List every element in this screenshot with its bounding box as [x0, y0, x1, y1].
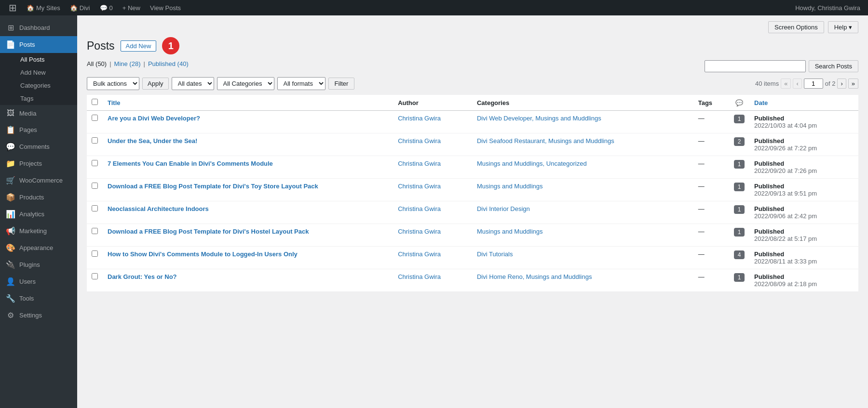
sidebar-item-marketing[interactable]: 📢 Marketing	[0, 223, 77, 239]
category-link[interactable]: Divi Home Reno, Musings and Muddlings	[477, 273, 592, 280]
new-item[interactable]: + New	[118, 0, 145, 15]
sidebar-item-dashboard[interactable]: ⊞ Dashboard	[0, 19, 77, 36]
sidebar-item-tools[interactable]: 🔧 Tools	[0, 290, 77, 307]
category-link[interactable]: Musings and Muddlings, Uncategorized	[477, 160, 587, 167]
post-title-link[interactable]: 7 Elements You Can Enable in Divi's Comm…	[108, 160, 273, 167]
row-author-cell: Christina Gwira	[393, 201, 472, 224]
row-comments-cell: 4	[729, 247, 749, 269]
prev-page-button[interactable]: ‹	[793, 79, 801, 89]
author-link[interactable]: Christina Gwira	[398, 273, 441, 280]
row-checkbox[interactable]	[92, 273, 98, 279]
next-page-button[interactable]: ›	[837, 79, 846, 89]
sidebar-item-pages[interactable]: 📋 Pages	[0, 121, 77, 138]
sidebar-subitem-categories[interactable]: Categories	[0, 79, 77, 92]
row-checkbox[interactable]	[92, 250, 98, 257]
sidebar-item-analytics[interactable]: 📊 Analytics	[0, 206, 77, 223]
comment-count-badge: 2	[734, 137, 745, 146]
sidebar-item-marketing-label: Marketing	[19, 227, 47, 235]
dates-select[interactable]: All dates	[172, 77, 214, 90]
post-title-link[interactable]: Dark Grout: Yes or No?	[108, 273, 177, 280]
settings-icon: ⚙	[6, 311, 15, 320]
current-page-input[interactable]	[804, 79, 823, 89]
sidebar-item-settings[interactable]: ⚙ Settings	[0, 307, 77, 324]
sidebar-item-pages-label: Pages	[19, 126, 37, 133]
post-title-link[interactable]: Are you a Divi Web Developer?	[108, 115, 200, 122]
sidebar-item-appearance-label: Appearance	[19, 244, 53, 251]
categories-select[interactable]: All Categories	[217, 77, 274, 90]
post-title-link[interactable]: Under the Sea, Under the Sea!	[108, 137, 197, 145]
post-title-link[interactable]: How to Show Divi's Comments Module to Lo…	[108, 250, 298, 258]
sidebar-item-plugins[interactable]: 🔌 Plugins	[0, 256, 77, 273]
view-posts-item[interactable]: View Posts	[145, 0, 186, 15]
author-link[interactable]: Christina Gwira	[398, 160, 441, 167]
tags-label: Tags	[20, 95, 33, 102]
table-row: Under the Sea, Under the Sea! Christina …	[87, 133, 858, 156]
add-new-button[interactable]: Add New	[121, 40, 157, 52]
category-link[interactable]: Divi Interior Design	[477, 205, 530, 212]
row-checkbox-cell	[87, 179, 103, 201]
comments-item[interactable]: 💬 0	[95, 0, 118, 15]
category-link[interactable]: Musings and Muddlings	[477, 183, 543, 190]
author-link[interactable]: Christina Gwira	[398, 250, 441, 258]
post-title-link[interactable]: Neoclassical Architecture Indoors	[108, 205, 209, 212]
first-page-button[interactable]: «	[781, 79, 791, 89]
tab-mine[interactable]: Mine (28)	[114, 60, 141, 67]
search-input[interactable]	[705, 60, 806, 72]
sidebar-item-products[interactable]: 📦 Products	[0, 189, 77, 206]
comment-count-badge: 1	[734, 205, 745, 214]
sidebar-item-woocommerce[interactable]: 🛒 WooCommerce	[0, 172, 77, 189]
sidebar-item-projects[interactable]: 📁 Projects	[0, 155, 77, 172]
sidebar-item-comments[interactable]: 💬 Comments	[0, 138, 77, 155]
bulk-actions-select[interactable]: Bulk actions	[87, 77, 139, 90]
search-posts-button[interactable]: Search Posts	[809, 60, 858, 72]
sidebar-item-appearance[interactable]: 🎨 Appearance	[0, 239, 77, 256]
row-comments-cell: 1	[729, 269, 749, 292]
row-checkbox[interactable]	[92, 205, 98, 211]
sidebar-subitem-add-new[interactable]: Add New	[0, 66, 77, 79]
site-name-item[interactable]: 🏠 Divi	[65, 0, 95, 15]
comments-count: 0	[109, 4, 113, 12]
tools-icon: 🔧	[6, 294, 15, 303]
select-all-checkbox[interactable]	[92, 99, 98, 105]
category-link[interactable]: Musings and Muddlings	[477, 228, 543, 235]
row-checkbox[interactable]	[92, 137, 98, 144]
author-link[interactable]: Christina Gwira	[398, 183, 441, 190]
sidebar-item-posts[interactable]: 📄 Posts	[0, 36, 77, 53]
row-checkbox[interactable]	[92, 115, 98, 121]
author-link[interactable]: Christina Gwira	[398, 115, 441, 122]
col-header-date[interactable]: Date	[749, 95, 858, 111]
help-button[interactable]: Help ▾	[828, 21, 858, 33]
post-date-time: 2022/09/06 at 2:42 pm	[754, 212, 817, 220]
last-page-button[interactable]: »	[848, 79, 858, 89]
sidebar-subitem-all-posts[interactable]: All Posts	[0, 53, 77, 66]
post-status: Published	[754, 137, 784, 145]
row-author-cell: Christina Gwira	[393, 269, 472, 292]
filter-button[interactable]: Filter	[328, 78, 355, 90]
post-title-link[interactable]: Download a FREE Blog Post Template for D…	[108, 228, 309, 235]
category-link[interactable]: Divi Web Developer, Musings and Muddling…	[477, 115, 601, 122]
category-link[interactable]: Divi Tutorials	[477, 250, 513, 258]
wp-logo-item[interactable]: ⊞	[4, 0, 22, 15]
screen-options-button[interactable]: Screen Options	[768, 21, 824, 33]
sidebar-item-users[interactable]: 👤 Users	[0, 273, 77, 290]
row-date-cell: Published 2022/09/26 at 7:22 pm	[749, 133, 858, 156]
author-link[interactable]: Christina Gwira	[398, 228, 441, 235]
category-link[interactable]: Divi Seafood Restaurant, Musings and Mud…	[477, 137, 614, 145]
author-link[interactable]: Christina Gwira	[398, 137, 441, 145]
post-title-link[interactable]: Download a FREE Blog Post Template for D…	[108, 183, 318, 190]
formats-select[interactable]: All formats	[277, 77, 326, 90]
author-link[interactable]: Christina Gwira	[398, 205, 441, 212]
sidebar-item-media[interactable]: 🖼 Media	[0, 105, 77, 121]
sidebar-subitem-tags[interactable]: Tags	[0, 92, 77, 105]
row-checkbox[interactable]	[92, 228, 98, 234]
post-date-time: 2022/08/22 at 5:17 pm	[754, 235, 817, 242]
col-header-title[interactable]: Title	[103, 95, 393, 111]
my-sites-item[interactable]: 🏠 My Sites	[22, 0, 65, 15]
user-info: Howdy, Christina Gwira	[795, 4, 864, 12]
tab-published[interactable]: Published (40)	[148, 60, 189, 67]
tab-all[interactable]: All (50)	[87, 60, 107, 67]
row-checkbox[interactable]	[92, 183, 98, 189]
row-checkbox[interactable]	[92, 160, 98, 166]
notification-badge: 1	[162, 37, 179, 54]
apply-button[interactable]: Apply	[142, 78, 169, 90]
